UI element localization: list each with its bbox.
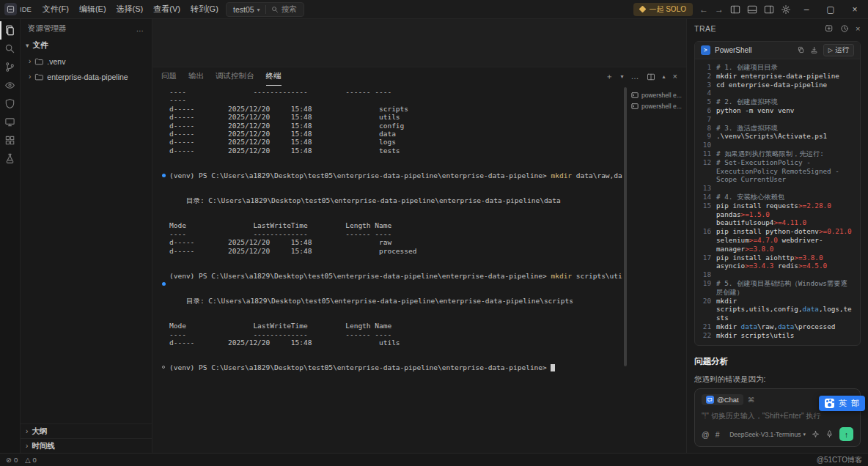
status-warnings[interactable]: △ 0 bbox=[25, 456, 37, 464]
context-chip-chat[interactable]: @Chat bbox=[702, 394, 743, 405]
activity-explorer-icon[interactable] bbox=[0, 21, 21, 40]
terminal-profile-chevron-icon[interactable]: ▾ bbox=[621, 74, 624, 80]
tab-debug-console[interactable]: 调试控制台 bbox=[216, 67, 254, 86]
command-executed-dot bbox=[162, 282, 166, 286]
terminal-line: d----- 2025/12/20 15:48 utils bbox=[161, 339, 622, 347]
send-button[interactable]: ↑ bbox=[839, 427, 853, 441]
menu-view[interactable]: 查看(V) bbox=[148, 4, 185, 15]
divider bbox=[265, 5, 266, 14]
terminal-line bbox=[161, 314, 622, 322]
hash-context-icon[interactable]: # bbox=[716, 430, 720, 439]
ime-secondary: 部 bbox=[851, 398, 859, 409]
terminal-line bbox=[161, 205, 622, 213]
code-line: 18 bbox=[701, 270, 854, 279]
menu-goto[interactable]: 转到(G) bbox=[185, 4, 224, 15]
chevron-down-icon: ▾ bbox=[257, 7, 260, 13]
activity-security-icon[interactable] bbox=[0, 95, 21, 113]
close-panel-icon[interactable]: × bbox=[856, 24, 861, 33]
terminal-line: ---- bbox=[161, 96, 622, 104]
terminal-line: (venv) PS C:\Users\a1829\Desktop\test05\… bbox=[161, 171, 622, 180]
code-line: 15pip install requests>=2.28.0 pandas>=1… bbox=[701, 201, 854, 227]
terminal-line bbox=[161, 180, 622, 188]
split-terminal-icon[interactable] bbox=[647, 73, 655, 81]
mic-icon[interactable] bbox=[825, 430, 834, 438]
mention-icon[interactable]: @ bbox=[702, 430, 710, 439]
history-icon[interactable] bbox=[840, 24, 849, 33]
trae-content[interactable]: > PowerShell ▷ 运行 1# 1. 创建项目目录2mkdir ent… bbox=[687, 38, 868, 382]
more-actions-icon[interactable]: … bbox=[631, 73, 639, 81]
menu-selection[interactable]: 选择(S) bbox=[111, 4, 149, 15]
tree-item-enterprise-data-pipeline[interactable]: › enterprise-data-pipeline bbox=[21, 69, 152, 84]
terminal-list-item[interactable]: powershell e... bbox=[629, 100, 683, 111]
ide-window: IDE 文件(F) 编辑(E) 选择(S) 查看(V) 转到(G) 终端(T) … bbox=[0, 0, 868, 466]
command-pending-circle bbox=[162, 366, 165, 369]
terminal-line: ---- ------------- ------ ---- bbox=[161, 230, 622, 238]
section-files[interactable]: ▾ 文件 bbox=[21, 37, 152, 53]
chat-input-placeholder[interactable]: "!" 切换历史输入，"Shift+Enter" 执行 bbox=[702, 411, 853, 421]
chat-bubble-icon bbox=[706, 396, 714, 404]
activity-watch-icon[interactable] bbox=[0, 76, 21, 95]
toggle-sidebar-icon[interactable] bbox=[730, 4, 740, 15]
terminal-output[interactable]: ---- ------------- ------ --------d-----… bbox=[152, 86, 622, 453]
tab-output[interactable]: 输出 bbox=[188, 67, 204, 86]
new-chat-icon[interactable] bbox=[825, 24, 834, 33]
forward-button[interactable]: → bbox=[715, 4, 724, 15]
model-selector[interactable]: DeepSeek-V3.1-Terminus ▾ bbox=[729, 431, 806, 438]
tab-problems[interactable]: 问题 bbox=[161, 67, 177, 86]
global-search[interactable]: 搜索 bbox=[271, 4, 297, 15]
activity-search-icon[interactable] bbox=[0, 40, 21, 58]
folder-icon bbox=[34, 73, 43, 81]
copy-code-icon[interactable] bbox=[797, 46, 805, 54]
tab-terminal[interactable]: 终端 bbox=[266, 67, 282, 86]
back-button[interactable]: ← bbox=[699, 4, 708, 15]
terminal-line bbox=[161, 305, 622, 313]
folder-icon bbox=[34, 57, 43, 66]
minimize-button[interactable]: – bbox=[798, 4, 815, 15]
code-line: 22mkdir scripts\utils bbox=[701, 331, 854, 340]
sparkle-icon[interactable] bbox=[812, 430, 820, 438]
terminal-line bbox=[161, 347, 622, 355]
terminal-line: ---- ------------- ------ ---- bbox=[161, 330, 622, 339]
menu-file[interactable]: 文件(F) bbox=[37, 4, 74, 15]
activity-source-control-icon[interactable] bbox=[0, 58, 21, 76]
code-lines[interactable]: 1# 1. 创建项目目录2mkdir enterprise-data-pipel… bbox=[695, 59, 860, 345]
close-button[interactable]: × bbox=[846, 4, 864, 15]
terminal-line bbox=[161, 289, 622, 297]
app-logo-icon[interactable] bbox=[4, 3, 17, 15]
run-code-button[interactable]: ▷ 运行 bbox=[823, 44, 854, 56]
new-terminal-icon[interactable]: ＋ bbox=[606, 73, 614, 81]
close-panel-icon[interactable]: × bbox=[673, 73, 677, 81]
section-outline[interactable]: › 大纲 bbox=[21, 424, 152, 438]
maximize-panel-icon[interactable]: ▴ bbox=[663, 74, 666, 80]
code-line: 12# Set-ExecutionPolicy -ExecutionPolicy… bbox=[701, 158, 854, 184]
terminal-line bbox=[161, 263, 622, 271]
code-line: 20mkdir scripts,utils,config,data,logs,t… bbox=[701, 297, 854, 322]
maximize-button[interactable]: ▢ bbox=[822, 4, 839, 15]
terminal-line: (venv) PS C:\Users\a1829\Desktop\test05\… bbox=[161, 272, 622, 280]
explorer-more-icon[interactable]: … bbox=[136, 24, 145, 33]
tree-item-venv[interactable]: › .venv bbox=[21, 53, 152, 69]
project-name: test05 bbox=[233, 5, 254, 14]
activity-extensions-icon[interactable] bbox=[0, 131, 21, 149]
section-timeline[interactable]: › 时间线 bbox=[21, 438, 152, 453]
status-errors[interactable]: ⊘ 0 bbox=[6, 456, 18, 464]
terminal-list-item[interactable]: powershell e... bbox=[629, 89, 683, 100]
toggle-secondary-sidebar-icon[interactable] bbox=[764, 4, 774, 15]
solo-badge[interactable]: 一起 SOLO bbox=[633, 3, 693, 16]
ime-status-badge[interactable]: 英 部 bbox=[819, 396, 865, 411]
project-switcher[interactable]: test05 ▾ bbox=[233, 5, 260, 14]
code-line: 14# 4. 安装核心依赖包 bbox=[701, 193, 854, 201]
terminal-line bbox=[161, 213, 622, 221]
terminal-line: (venv) PS C:\Users\a1829\Desktop\test05\… bbox=[161, 363, 622, 371]
insert-code-icon[interactable] bbox=[810, 46, 818, 54]
menu-edit[interactable]: 编辑(E) bbox=[74, 4, 111, 15]
terminal-line: Mode LastWriteTime Length Name bbox=[161, 221, 622, 229]
activity-remote-monitor-icon[interactable] bbox=[0, 113, 21, 131]
terminal-line: d----- 2025/12/20 15:48 data bbox=[161, 130, 622, 138]
toggle-panel-icon[interactable] bbox=[747, 4, 757, 15]
chevron-down-icon: ▾ bbox=[26, 42, 29, 49]
settings-gear-icon[interactable] bbox=[781, 4, 791, 15]
chevron-right-icon: › bbox=[29, 57, 31, 65]
terminal-scrollbar[interactable] bbox=[622, 86, 628, 453]
activity-test-flask-icon[interactable] bbox=[0, 149, 21, 168]
